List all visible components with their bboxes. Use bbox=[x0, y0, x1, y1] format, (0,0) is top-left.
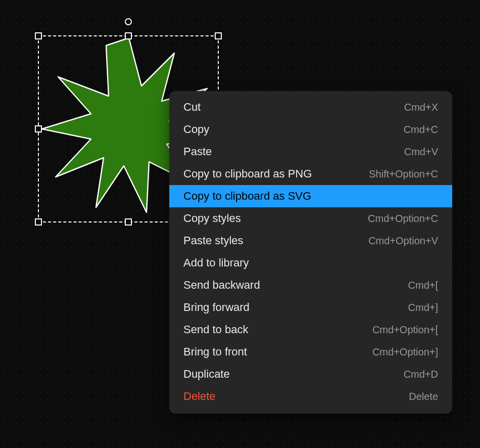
menu-item-label: Send backward bbox=[183, 279, 260, 292]
menu-item-copy[interactable]: Copy Cmd+C bbox=[169, 118, 452, 141]
menu-item-send-backward[interactable]: Send backward Cmd+[ bbox=[169, 274, 452, 296]
menu-item-shortcut: Cmd+X bbox=[404, 102, 438, 113]
menu-item-add-to-library[interactable]: Add to library bbox=[169, 252, 452, 274]
menu-item-label: Send to back bbox=[183, 323, 248, 336]
menu-item-bring-forward[interactable]: Bring forward Cmd+] bbox=[169, 296, 452, 319]
context-menu: Cut Cmd+X Copy Cmd+C Paste Cmd+V Copy to… bbox=[169, 91, 452, 414]
menu-item-label: Copy to clipboard as PNG bbox=[183, 167, 312, 181]
menu-item-label: Add to library bbox=[183, 256, 249, 270]
menu-item-shortcut: Cmd+Option+C bbox=[368, 213, 438, 225]
menu-item-paste[interactable]: Paste Cmd+V bbox=[169, 141, 452, 163]
menu-item-copy-styles[interactable]: Copy styles Cmd+Option+C bbox=[169, 207, 452, 230]
menu-item-delete[interactable]: Delete Delete bbox=[169, 385, 452, 408]
menu-item-shortcut: Cmd+V bbox=[404, 146, 438, 158]
menu-item-shortcut: Cmd+] bbox=[408, 302, 438, 313]
menu-item-shortcut: Cmd+C bbox=[404, 124, 438, 136]
menu-item-label: Bring forward bbox=[183, 301, 250, 314]
resize-handle-top-middle[interactable] bbox=[125, 32, 132, 39]
menu-item-shortcut: Cmd+Option+[ bbox=[372, 324, 438, 336]
menu-item-shortcut: Cmd+Option+] bbox=[372, 346, 438, 358]
menu-item-bring-to-front[interactable]: Bring to front Cmd+Option+] bbox=[169, 341, 452, 363]
menu-item-shortcut: Cmd+Option+V bbox=[368, 235, 438, 247]
menu-item-copy-png[interactable]: Copy to clipboard as PNG Shift+Option+C bbox=[169, 163, 452, 185]
menu-item-cut[interactable]: Cut Cmd+X bbox=[169, 96, 452, 118]
menu-item-label: Delete bbox=[183, 390, 216, 403]
menu-item-shortcut: Cmd+D bbox=[404, 369, 438, 380]
menu-item-shortcut: Delete bbox=[409, 391, 438, 402]
menu-item-label: Copy bbox=[183, 123, 209, 136]
menu-item-label: Paste bbox=[183, 145, 212, 158]
resize-handle-bottom-middle[interactable] bbox=[125, 218, 132, 226]
rotate-handle[interactable] bbox=[125, 18, 132, 25]
menu-item-label: Paste styles bbox=[183, 234, 244, 247]
menu-item-label: Bring to front bbox=[183, 345, 247, 359]
menu-item-shortcut: Cmd+[ bbox=[408, 280, 438, 291]
menu-item-label: Cut bbox=[183, 101, 201, 114]
resize-handle-top-right[interactable] bbox=[215, 32, 222, 39]
resize-handle-middle-left[interactable] bbox=[35, 125, 42, 132]
menu-item-label: Copy to clipboard as SVG bbox=[183, 190, 311, 203]
menu-item-send-to-back[interactable]: Send to back Cmd+Option+[ bbox=[169, 319, 452, 341]
resize-handle-bottom-left[interactable] bbox=[35, 218, 42, 226]
menu-item-duplicate[interactable]: Duplicate Cmd+D bbox=[169, 363, 452, 385]
menu-item-shortcut: Shift+Option+C bbox=[369, 168, 438, 180]
menu-item-label: Copy styles bbox=[183, 212, 241, 225]
resize-handle-top-left[interactable] bbox=[35, 32, 42, 39]
menu-item-paste-styles[interactable]: Paste styles Cmd+Option+V bbox=[169, 230, 452, 252]
menu-item-copy-svg[interactable]: Copy to clipboard as SVG bbox=[169, 185, 452, 207]
menu-item-label: Duplicate bbox=[183, 368, 230, 381]
